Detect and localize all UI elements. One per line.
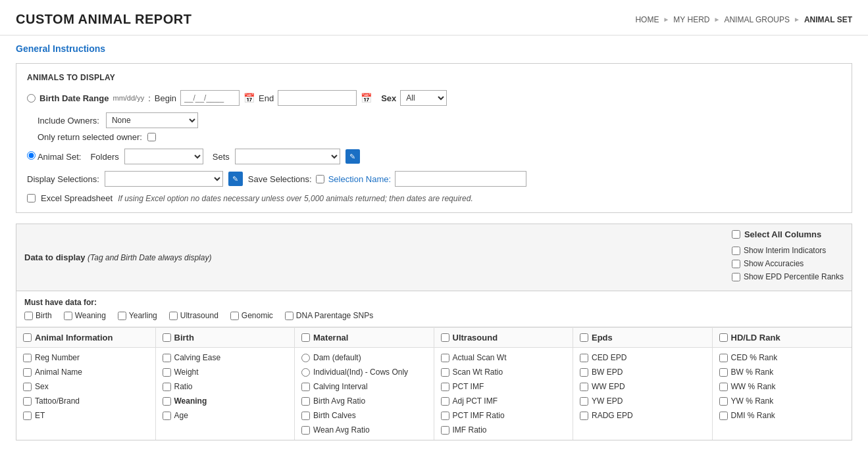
data-box-header-left: Data to display (Tag and Birth Date alwa… bbox=[24, 252, 211, 262]
data-box-header-right: Select All Columns Show Interim Indicato… bbox=[732, 229, 844, 285]
show-interim-checkbox[interactable] bbox=[732, 247, 740, 255]
columns-grid: Animal Information Reg Number Animal Nam… bbox=[16, 327, 852, 440]
must-ultrasound[interactable]: Ultrasound bbox=[169, 311, 218, 320]
adj-pct-imf-checkbox[interactable] bbox=[441, 397, 449, 406]
calving-ease-checkbox[interactable] bbox=[163, 354, 171, 362]
weaning-checkbox[interactable] bbox=[163, 397, 171, 406]
excel-row: Excel Spreadsheet If using Excel option … bbox=[27, 193, 841, 203]
age-checkbox[interactable] bbox=[163, 412, 171, 420]
must-genomic-checkbox[interactable] bbox=[230, 312, 239, 320]
sex-select[interactable]: All Male Female bbox=[400, 90, 447, 106]
end-label: End bbox=[259, 93, 274, 103]
birth-calves-label: Birth Calves bbox=[313, 411, 356, 420]
animal-set-label-wrap[interactable]: Animal Set: bbox=[27, 151, 81, 162]
col-hdld-rank-checkbox[interactable] bbox=[719, 333, 728, 342]
col-maternal-checkbox[interactable] bbox=[301, 333, 310, 342]
col-birth: Birth Calving Ease Weight Ratio bbox=[156, 328, 295, 440]
display-selections-edit-button[interactable]: ✎ bbox=[228, 172, 243, 186]
col-animal-information-items: Reg Number Animal Name Sex Tattoo/Brand bbox=[16, 348, 155, 425]
col-epds-checkbox[interactable] bbox=[580, 333, 588, 342]
imf-ratio-checkbox[interactable] bbox=[441, 426, 449, 435]
animal-name-checkbox[interactable] bbox=[23, 368, 32, 377]
end-calendar-icon[interactable]: 📅 bbox=[361, 93, 372, 103]
sets-select[interactable] bbox=[235, 149, 340, 164]
animal-name-label: Animal Name bbox=[35, 367, 82, 377]
radg-epd-checkbox[interactable] bbox=[580, 412, 588, 420]
individual-cows-radio[interactable] bbox=[301, 368, 310, 377]
col-ultrasound-label: Ultrasound bbox=[453, 333, 498, 343]
tattoo-brand-checkbox[interactable] bbox=[23, 397, 32, 406]
only-return-label: Only return selected owner: bbox=[38, 132, 142, 142]
must-dna[interactable]: DNA Parentage SNPs bbox=[285, 311, 373, 320]
begin-calendar-icon[interactable]: 📅 bbox=[243, 93, 255, 103]
excel-label: Excel Spreadsheet bbox=[41, 193, 113, 203]
col-hdld-rank: HD/LD Rank CED % Rank BW % Rank WW % Ran… bbox=[713, 328, 852, 440]
show-interim-label[interactable]: Show Interim Indicators bbox=[732, 246, 844, 255]
sets-edit-button[interactable]: ✎ bbox=[345, 149, 360, 164]
must-yearling[interactable]: Yearling bbox=[118, 311, 157, 320]
must-ultrasound-checkbox[interactable] bbox=[169, 312, 178, 320]
only-return-checkbox[interactable] bbox=[147, 133, 156, 141]
bw-pct-rank-checkbox[interactable] bbox=[719, 368, 728, 377]
reg-number-checkbox[interactable] bbox=[23, 354, 32, 362]
list-item: BW % Rank bbox=[713, 365, 852, 379]
dmi-pct-rank-checkbox[interactable] bbox=[719, 412, 728, 420]
excel-checkbox[interactable] bbox=[27, 194, 36, 202]
display-selections-select[interactable] bbox=[105, 171, 223, 187]
ww-pct-rank-checkbox[interactable] bbox=[719, 383, 728, 391]
col-epds-items: CED EPD BW EPD WW EPD YW EPD bbox=[573, 348, 712, 425]
yw-epd-checkbox[interactable] bbox=[580, 397, 588, 406]
pct-imf-checkbox[interactable] bbox=[441, 383, 449, 391]
must-weaning[interactable]: Weaning bbox=[64, 311, 106, 320]
end-date-input[interactable] bbox=[278, 90, 357, 106]
col-birth-label: Birth bbox=[174, 333, 194, 343]
scan-wt-ratio-label: Scan Wt Ratio bbox=[453, 367, 503, 377]
folders-select[interactable] bbox=[124, 149, 203, 164]
bw-epd-checkbox[interactable] bbox=[580, 368, 588, 377]
dmi-pct-rank-label: DMI % Rank bbox=[731, 411, 775, 420]
breadcrumb-animalgroups[interactable]: ANIMAL GROUPS bbox=[724, 15, 790, 24]
ced-epd-checkbox[interactable] bbox=[580, 354, 588, 362]
must-yearling-checkbox[interactable] bbox=[118, 312, 126, 320]
include-owners-select[interactable]: None bbox=[106, 112, 198, 128]
select-all-checkbox[interactable] bbox=[732, 230, 740, 239]
birth-date-radio[interactable] bbox=[27, 94, 36, 103]
wean-avg-ratio-checkbox[interactable] bbox=[301, 426, 310, 435]
actual-scan-wt-checkbox[interactable] bbox=[441, 354, 449, 362]
col-ultrasound: Ultrasound Actual Scan Wt Scan Wt Ratio … bbox=[434, 328, 574, 440]
show-epd-label[interactable]: Show EPD Percentile Ranks bbox=[732, 272, 844, 281]
begin-date-input[interactable] bbox=[180, 90, 240, 106]
et-checkbox[interactable] bbox=[23, 412, 32, 420]
weight-checkbox[interactable] bbox=[163, 368, 171, 377]
yw-pct-rank-checkbox[interactable] bbox=[719, 397, 728, 406]
scan-wt-ratio-checkbox[interactable] bbox=[441, 368, 449, 377]
selection-name-input[interactable] bbox=[395, 171, 526, 187]
col-animal-information-checkbox[interactable] bbox=[23, 333, 32, 342]
birth-calves-checkbox[interactable] bbox=[301, 412, 310, 420]
calving-interval-checkbox[interactable] bbox=[301, 383, 310, 391]
breadcrumb-home[interactable]: HOME bbox=[635, 15, 659, 24]
list-item: Scan Wt Ratio bbox=[434, 365, 573, 379]
show-accuracies-checkbox[interactable] bbox=[732, 260, 740, 268]
birth-avg-ratio-checkbox[interactable] bbox=[301, 397, 310, 406]
show-accuracies-label[interactable]: Show Accuracies bbox=[732, 259, 844, 268]
dam-default-radio[interactable] bbox=[301, 354, 310, 362]
col-birth-checkbox[interactable] bbox=[163, 333, 171, 342]
sex-checkbox[interactable] bbox=[23, 383, 32, 391]
animal-set-radio[interactable] bbox=[27, 151, 36, 160]
general-instructions-link[interactable]: General Instructions bbox=[16, 43, 105, 54]
must-weaning-checkbox[interactable] bbox=[64, 312, 72, 320]
must-dna-checkbox[interactable] bbox=[285, 312, 294, 320]
breadcrumb-myherd[interactable]: MY HERD bbox=[673, 15, 709, 24]
col-ultrasound-checkbox[interactable] bbox=[441, 333, 449, 342]
ww-epd-checkbox[interactable] bbox=[580, 383, 588, 391]
ced-pct-rank-label: CED % Rank bbox=[731, 353, 778, 362]
must-birth[interactable]: Birth bbox=[24, 311, 52, 320]
pct-imf-ratio-checkbox[interactable] bbox=[441, 412, 449, 420]
ratio-checkbox[interactable] bbox=[163, 383, 171, 391]
ced-pct-rank-checkbox[interactable] bbox=[719, 354, 728, 362]
save-selections-checkbox[interactable] bbox=[316, 175, 324, 183]
must-birth-checkbox[interactable] bbox=[24, 312, 33, 320]
must-genomic[interactable]: Genomic bbox=[230, 311, 273, 320]
show-epd-checkbox[interactable] bbox=[732, 273, 740, 281]
